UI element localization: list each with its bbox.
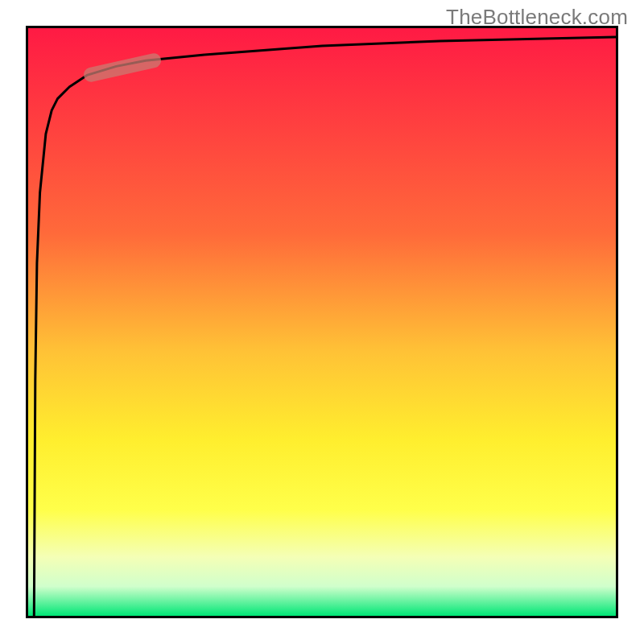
chart-stage: TheBottleneck.com <box>0 0 644 644</box>
plot-frame <box>26 26 618 618</box>
curve-layer <box>28 28 616 616</box>
curve-line <box>34 37 616 616</box>
